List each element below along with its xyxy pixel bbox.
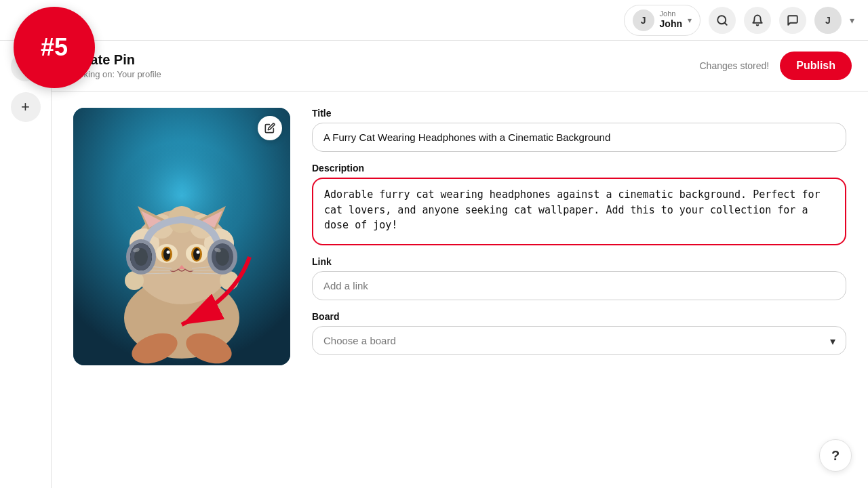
link-input[interactable] (312, 271, 846, 300)
sidebar: » + (0, 41, 52, 488)
description-textarea[interactable] (312, 178, 846, 245)
chevron-down-icon: ▾ (688, 16, 692, 25)
user-name-small: John (660, 10, 682, 18)
nav-right-section: J John John ▾ J (624, 5, 854, 36)
svg-point-28 (197, 251, 200, 254)
board-label: Board (312, 311, 846, 322)
link-form-group: Link (312, 256, 846, 300)
title-form-group: Title (312, 108, 846, 152)
svg-point-27 (167, 251, 170, 254)
notifications-button[interactable] (744, 7, 771, 34)
search-icon (716, 14, 728, 26)
header-right: Changes stored! Publish (699, 52, 852, 80)
edit-image-button[interactable] (258, 116, 282, 140)
pin-form: Title Description Link Board Choose a bo… (312, 108, 846, 365)
changes-stored-status: Changes stored! (699, 60, 769, 71)
logo: #5 (14, 7, 95, 88)
logo-text: #5 (41, 35, 68, 60)
title-input[interactable] (312, 123, 846, 152)
board-select[interactable]: Choose a board (312, 326, 846, 355)
user-avatar-small[interactable]: J (814, 7, 842, 34)
svg-point-26 (193, 248, 200, 260)
user-avatar: J (633, 9, 654, 31)
svg-point-25 (163, 248, 170, 260)
pencil-icon (264, 123, 275, 134)
sidebar-add-button[interactable]: + (11, 92, 41, 122)
top-navigation: J John John ▾ J (0, 0, 868, 41)
svg-line-1 (724, 22, 726, 24)
create-pin-header: Create Pin Working on: Your profile Chan… (52, 41, 868, 92)
user-info: John John (660, 10, 682, 30)
image-preview-container (73, 108, 290, 365)
cat-illustration (73, 108, 290, 365)
messages-button[interactable] (779, 7, 806, 34)
user-name-main: John (660, 18, 682, 30)
user-profile-button[interactable]: J John John ▾ (624, 5, 701, 36)
help-button[interactable]: ? (819, 439, 852, 472)
image-preview (73, 108, 290, 365)
description-label: Description (312, 163, 846, 174)
board-form-group: Board Choose a board ▾ (312, 311, 846, 355)
search-button[interactable] (709, 7, 736, 34)
description-form-group: Description (312, 163, 846, 245)
chat-icon (787, 14, 799, 26)
link-label: Link (312, 256, 846, 267)
pin-editor: Title Description Link Board Choose a bo… (52, 92, 868, 382)
main-content: Create Pin Working on: Your profile Chan… (52, 41, 868, 488)
publish-button[interactable]: Publish (780, 52, 852, 80)
board-select-container: Choose a board ▾ (312, 326, 846, 355)
title-label: Title (312, 108, 846, 119)
nav-chevron-icon[interactable]: ▾ (850, 15, 854, 26)
bell-icon (751, 14, 764, 26)
